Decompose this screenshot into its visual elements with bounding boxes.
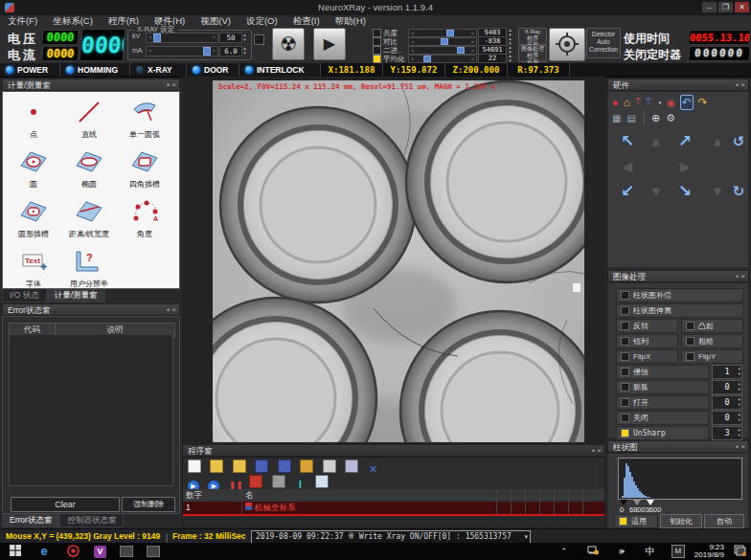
jog-ccw-mode-icon[interactable]: ↶ xyxy=(680,95,694,110)
brightness-checkbox[interactable] xyxy=(373,29,381,37)
flip-x-button[interactable]: FlipX xyxy=(616,349,678,364)
xray-program-add-button[interactable]: X-Ray 程序 追加 xyxy=(518,28,547,45)
image-program-add-button[interactable]: 图像处理 程序 追加 xyxy=(518,45,547,62)
invert-button[interactable]: 反转 xyxy=(616,319,678,333)
open-folder2-icon[interactable] xyxy=(233,459,246,473)
contrast-slider[interactable]: <> xyxy=(408,37,477,46)
tab-controller-status[interactable]: 控制器状态窗 xyxy=(59,514,124,527)
close-icon[interactable]: × xyxy=(740,442,745,451)
error-table-body[interactable] xyxy=(9,335,173,486)
network-icon[interactable] xyxy=(585,545,601,558)
tool-line[interactable]: 直线 xyxy=(62,100,116,140)
log-combobox[interactable]: 2019-08-09 09:22:37 ※ Write Xray ON/OFF[… xyxy=(251,530,531,544)
menu-file[interactable]: 文件(F) xyxy=(0,15,45,28)
tool-point[interactable]: 点 xyxy=(7,100,60,140)
panel1-icon[interactable]: ▦ xyxy=(612,113,621,123)
stats-icon[interactable] xyxy=(249,475,262,488)
ma-spinner[interactable]: ▲▼ xyxy=(241,46,248,56)
pin-icon[interactable]: ▪ xyxy=(736,442,739,451)
app-window2-icon[interactable] xyxy=(147,546,160,557)
kv-spinner[interactable]: ▲▼ xyxy=(241,33,248,42)
notification-icon[interactable] xyxy=(732,545,747,558)
jog-up-left-button[interactable]: ↖ xyxy=(616,130,639,153)
close-button[interactable]: ✕ xyxy=(735,2,749,12)
open-stepper[interactable]: 0▲▼ xyxy=(712,395,742,410)
hist-auto-button[interactable]: 自动 xyxy=(704,514,744,528)
new-file-icon[interactable] xyxy=(188,459,201,473)
pin-icon[interactable]: ▪ xyxy=(736,80,739,89)
binary-slider[interactable]: <> xyxy=(408,46,477,55)
binary-checkbox[interactable] xyxy=(373,46,381,55)
histogram-plot[interactable] xyxy=(618,458,742,500)
camera-icon[interactable] xyxy=(272,475,285,488)
jog-down-right-button[interactable]: ↘ xyxy=(673,180,696,203)
emboss-button[interactable]: 凸起 xyxy=(681,319,743,333)
input-lang-indicator[interactable]: 中 xyxy=(643,545,658,558)
record-icon[interactable]: ● xyxy=(612,97,619,108)
jog-right-button[interactable]: ▶ xyxy=(673,155,696,178)
unsharp-button[interactable]: UnSharp xyxy=(616,426,709,440)
coarse-button[interactable]: 粗糙 xyxy=(681,334,743,348)
detector-auto-correction-button[interactable]: Detector Auto Correction xyxy=(586,28,621,58)
tab-error-status[interactable]: Error状态窗 xyxy=(2,514,59,527)
menu-view[interactable]: 视图(V) xyxy=(193,15,239,28)
export-icon[interactable] xyxy=(300,459,313,473)
erode-button[interactable]: 侵蚀 xyxy=(616,365,709,379)
close-icon[interactable]: × xyxy=(171,80,176,89)
open-button[interactable]: 打开 xyxy=(616,395,709,410)
ma-value[interactable]: 6.0 xyxy=(219,46,242,56)
delete-x-icon[interactable]: ✕ xyxy=(368,463,379,475)
average-slider[interactable]: <> xyxy=(408,55,477,63)
jog-up-button[interactable]: ▲ xyxy=(645,130,668,153)
brightness-slider[interactable]: <> xyxy=(408,29,477,37)
minimize-button[interactable]: – xyxy=(702,2,717,12)
xray-enable-checkbox[interactable] xyxy=(254,34,264,45)
pin-icon[interactable]: ▪ xyxy=(736,272,739,280)
unsharp-stepper[interactable]: 3▲▼ xyxy=(712,426,742,440)
program-row-selected[interactable]: 1 机械坐标系 xyxy=(183,502,604,516)
error-clear-button[interactable]: Clear xyxy=(11,497,120,512)
taskbar-clock[interactable]: 9:23 2019/8/9 xyxy=(694,544,724,559)
jog-rotate-cw-button[interactable]: ↻ xyxy=(727,180,750,203)
tab-io-status[interactable]: I/O 状态 xyxy=(2,289,47,302)
xray-app-icon[interactable] xyxy=(65,545,80,558)
tool-circle-slot[interactable]: 圆形插槽 xyxy=(7,199,60,239)
estop-icon[interactable]: ◉ xyxy=(667,98,675,108)
flip-y-button[interactable]: FlipY xyxy=(681,349,743,364)
pin-icon[interactable]: ▪ xyxy=(167,80,170,89)
contrast-checkbox[interactable] xyxy=(373,37,381,46)
jog-up-right-button[interactable]: ↗ xyxy=(673,130,696,153)
tool-distance[interactable]: 距离/线宽度 xyxy=(62,199,116,239)
copy-icon[interactable] xyxy=(323,459,336,473)
pin-icon[interactable]: ▪ xyxy=(167,305,170,314)
panel2-icon[interactable]: ▤ xyxy=(626,113,635,123)
tool-ellipse[interactable]: 椭圆 xyxy=(62,149,116,190)
restore-button[interactable]: ❐ xyxy=(718,2,733,12)
close-icon[interactable]: × xyxy=(171,305,176,314)
menu-coordsys[interactable]: 坐标系(C) xyxy=(45,15,101,28)
tool-rect-slot[interactable]: 四角插槽 xyxy=(118,149,171,190)
kv-slider[interactable]: <> xyxy=(146,33,218,43)
menu-help[interactable]: 帮助(H) xyxy=(328,15,374,28)
dilate-stepper[interactable]: 0▲▼ xyxy=(712,380,742,394)
edge-browser-icon[interactable]: e xyxy=(36,545,52,558)
tray-expand-icon[interactable]: ⌃ xyxy=(557,545,572,558)
close-op-button[interactable]: 关闭 xyxy=(616,411,709,425)
target-icon[interactable]: ⊕ xyxy=(651,112,660,124)
save-as-icon[interactable] xyxy=(278,459,291,473)
detector-calibration-button[interactable] xyxy=(549,28,585,61)
erode-stepper[interactable]: 1▲▼ xyxy=(712,365,742,379)
hist-init-button[interactable]: 初始化 xyxy=(660,514,702,528)
hist-apply-button[interactable]: 适用 xyxy=(614,514,658,528)
tool-angle[interactable]: A 角度 xyxy=(118,199,171,239)
average-checkbox[interactable] xyxy=(373,55,381,63)
home-icon[interactable]: ⌂ xyxy=(624,96,630,109)
run-button[interactable]: ▶ xyxy=(313,28,346,60)
tool-circle[interactable]: 圆 xyxy=(7,149,60,190)
gear-icon[interactable]: ⚙ xyxy=(666,112,675,124)
menu-inspect[interactable]: 检查(I) xyxy=(285,15,328,28)
average-spinner[interactable]: ▲▼ xyxy=(507,54,513,63)
pin-icon[interactable]: ▪ xyxy=(592,446,595,455)
xray-image-view[interactable]: Scale=2, FOV=115.24 x 115.24 mm, Resol=9… xyxy=(213,80,584,442)
speaker-icon[interactable]: 🕪 xyxy=(614,545,629,558)
